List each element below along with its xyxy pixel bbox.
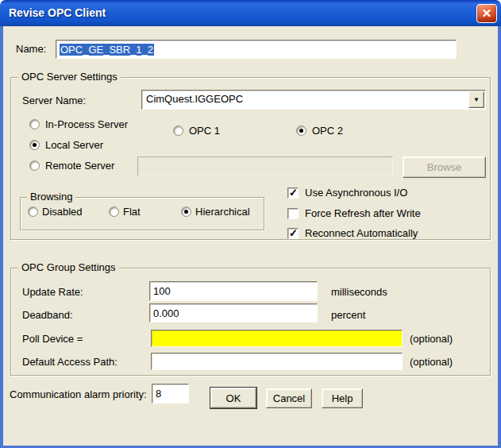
poll-device-label: Poll Device = — [22, 333, 83, 345]
remote-server-input — [137, 156, 393, 176]
name-input[interactable]: OPC_GE_SBR_1_2 — [56, 40, 457, 59]
update-rate-label: Update Rate: — [22, 286, 83, 298]
radio-local-server-label[interactable]: Local Server — [45, 139, 103, 151]
deadband-unit: percent — [331, 309, 365, 321]
check-icon: ✓ — [289, 187, 298, 199]
checkbox-reconnect-auto[interactable]: ✓ — [287, 228, 299, 239]
poll-device-input[interactable] — [151, 330, 403, 347]
browse-button: Browse — [403, 156, 486, 178]
checkbox-force-refresh[interactable]: ✓ — [287, 208, 299, 219]
radio-remote-server[interactable] — [29, 160, 40, 171]
close-icon: ✕ — [482, 6, 492, 20]
update-rate-unit: milliseconds — [331, 286, 387, 298]
server-name-value: CimQuest.IGGEOPC — [146, 93, 243, 105]
radio-in-process-server[interactable] — [29, 119, 40, 129]
radio-opc2-label[interactable]: OPC 2 — [312, 125, 343, 137]
title-bar[interactable]: Revise OPC Client ✕ — [0, 0, 501, 26]
browsing-group-title: Browsing — [27, 191, 75, 203]
radio-remote-server-label[interactable]: Remote Server — [45, 160, 114, 172]
poll-device-optional: (optional) — [410, 333, 453, 345]
radio-browsing-disabled[interactable] — [28, 207, 38, 217]
radio-browsing-flat[interactable] — [109, 207, 119, 217]
checkbox-use-async-io-label[interactable]: Use Asynchronous I/O — [305, 187, 407, 199]
name-label: Name: — [16, 43, 46, 55]
opc-group-settings-title: OPC Group Settings — [18, 261, 119, 273]
update-rate-input[interactable] — [149, 281, 318, 301]
radio-opc2[interactable] — [296, 126, 306, 136]
comm-alarm-priority-input[interactable] — [152, 384, 189, 404]
dialog-body: Name: OPC_GE_SBR_1_2 OPC Server Settings… — [3, 26, 498, 446]
opc-server-settings-title: OPC Server Settings — [18, 71, 121, 83]
server-name-dropdown-button[interactable]: ▼ — [468, 91, 484, 108]
radio-opc1[interactable] — [173, 126, 183, 136]
default-access-path-label: Default Access Path: — [22, 356, 118, 368]
default-access-path-input[interactable] — [151, 353, 403, 370]
server-name-combobox[interactable]: CimQuest.IGGEOPC ▼ — [141, 90, 486, 110]
default-access-path-optional: (optional) — [410, 356, 453, 368]
server-name-label: Server Name: — [22, 95, 86, 106]
help-button[interactable]: Help — [322, 388, 363, 408]
radio-opc1-label[interactable]: OPC 1 — [189, 125, 220, 137]
revise-opc-client-dialog: Revise OPC Client ✕ Name: OPC_GE_SBR_1_2… — [0, 0, 501, 448]
chevron-down-icon: ▼ — [473, 96, 480, 103]
comm-alarm-priority-label: Communication alarm priority: — [10, 388, 147, 400]
radio-in-process-server-label[interactable]: In-Process Server — [45, 118, 128, 130]
ok-button[interactable]: OK — [210, 388, 256, 408]
radio-browsing-disabled-label[interactable]: Disabled — [42, 206, 83, 218]
check-icon: ✓ — [289, 227, 298, 239]
name-selected-text: OPC_GE_SBR_1_2 — [60, 44, 154, 56]
radio-browsing-flat-label[interactable]: Flat — [123, 206, 141, 218]
deadband-label: Deadband: — [22, 309, 73, 321]
close-button[interactable]: ✕ — [476, 4, 497, 23]
radio-local-server[interactable] — [29, 140, 40, 150]
radio-browsing-hierarchical-label[interactable]: Hierarchical — [195, 206, 250, 218]
radio-browsing-hierarchical[interactable] — [181, 207, 191, 217]
cancel-button[interactable]: Cancel — [266, 388, 312, 408]
checkbox-reconnect-auto-label[interactable]: Reconnect Automatically — [305, 227, 418, 239]
checkbox-use-async-io[interactable]: ✓ — [287, 187, 299, 199]
deadband-input[interactable] — [149, 303, 318, 322]
checkbox-force-refresh-label[interactable]: Force Refresh after Write — [305, 207, 421, 219]
window-title: Revise OPC Client — [9, 6, 106, 19]
